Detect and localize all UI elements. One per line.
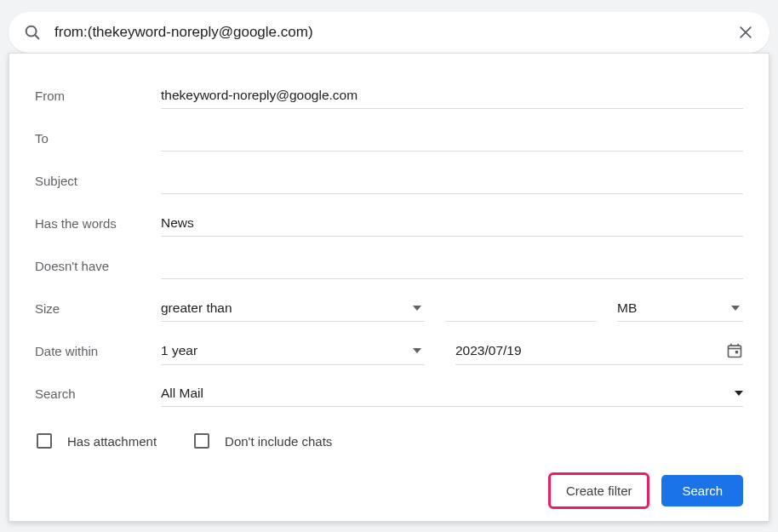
has-attachment-label: Has attachment [67,434,157,449]
svg-rect-4 [729,346,741,357]
checkbox-row: Has attachment Don't include chats [35,433,743,449]
chevron-down-icon [413,306,421,311]
search-input[interactable] [54,24,735,41]
create-filter-button[interactable]: Create filter [548,472,650,509]
date-range-select[interactable]: 1 year [161,337,425,365]
row-doesnt-have: Doesn't have [35,244,743,287]
label-to: To [35,131,161,146]
search-button[interactable]: Search [661,475,743,506]
svg-line-1 [35,35,38,38]
date-range-value: 1 year [161,343,197,358]
label-date-within: Date within [35,344,161,358]
row-subject: Subject [35,159,743,202]
dont-include-chats-label: Don't include chats [225,434,332,449]
search-bar [9,12,769,53]
button-row: Create filter Search [35,472,743,509]
doesnt-have-input[interactable] [161,253,743,279]
size-condition-value: greater than [161,300,232,316]
search-scope-select[interactable]: All Mail [161,380,743,407]
size-value-input[interactable] [445,295,597,322]
label-subject: Subject [35,174,161,188]
chevron-down-icon [413,348,421,353]
has-attachment-checkbox[interactable]: Has attachment [37,433,157,449]
has-words-input[interactable] [161,210,743,237]
label-from: From [35,89,161,103]
row-from: From [35,74,743,117]
search-scope-value: All Mail [161,386,203,401]
size-unit-value: MB [617,300,637,316]
date-picker[interactable]: 2023/07/19 [455,337,743,365]
checkbox-icon [37,433,52,449]
size-condition-select[interactable]: greater than [161,295,425,322]
filter-panel: From To Subject Has the words Doesn't ha… [9,53,769,522]
chevron-down-icon [735,391,743,396]
chevron-down-icon [731,306,740,311]
dont-include-chats-checkbox[interactable]: Don't include chats [194,433,332,449]
size-unit-select[interactable]: MB [617,295,743,322]
row-date: Date within 1 year 2023/07/19 [35,329,743,372]
row-search-scope: Search All Mail [35,372,743,415]
subject-input[interactable] [161,168,743,194]
checkbox-icon [194,433,209,449]
label-size: Size [35,301,161,316]
label-search-scope: Search [35,386,161,401]
label-has-words: Has the words [35,216,161,231]
date-value-text: 2023/07/19 [455,343,726,358]
svg-rect-6 [735,351,738,353]
search-icon[interactable] [22,22,43,43]
calendar-icon[interactable] [726,342,743,359]
from-input[interactable] [161,83,743,109]
row-to: To [35,117,743,159]
to-input[interactable] [161,125,743,152]
row-has-words: Has the words [35,202,743,244]
row-size: Size greater than MB [35,287,743,329]
label-doesnt-have: Doesn't have [35,259,161,273]
close-icon[interactable] [735,22,756,43]
